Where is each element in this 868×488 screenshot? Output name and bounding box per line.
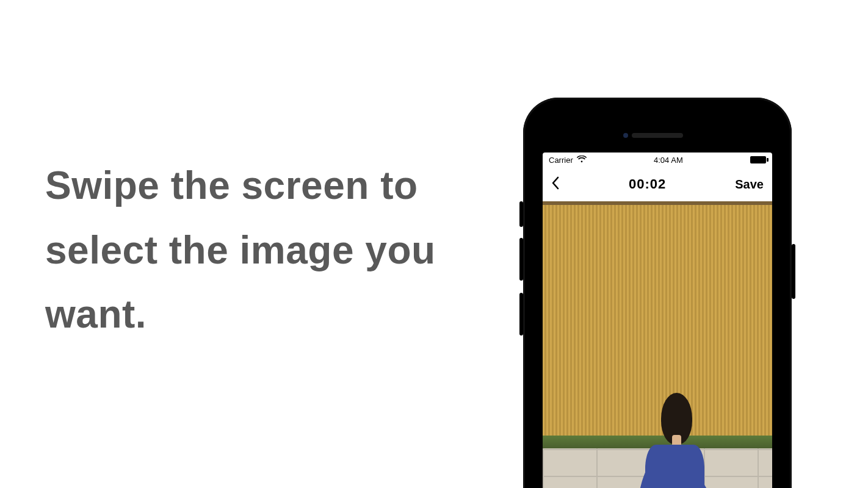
video-timestamp: 00:02: [629, 176, 666, 192]
phone-mute-switch: [519, 201, 523, 227]
promo-headline: Swipe the screen to select the image you…: [45, 154, 485, 347]
promo-stage: Swipe the screen to select the image you…: [0, 0, 868, 488]
proximity-sensor: [623, 133, 628, 138]
wifi-icon: [577, 156, 587, 165]
battery-icon: [750, 156, 766, 163]
status-time: 4:04 AM: [654, 156, 683, 165]
phone-volume-down: [519, 293, 523, 336]
status-bar: Carrier 4:04 AM: [543, 152, 772, 167]
phone-screen[interactable]: Carrier 4:04 AM 00:02 Save: [543, 152, 772, 488]
carrier-label: Carrier: [549, 156, 573, 165]
chevron-left-icon: [551, 176, 560, 190]
app-nav-bar: 00:02 Save: [543, 167, 772, 201]
phone-power-button: [792, 244, 795, 299]
phone-bezel: Carrier 4:04 AM 00:02 Save: [534, 109, 781, 488]
save-button[interactable]: Save: [735, 178, 764, 192]
frame-preview[interactable]: [543, 201, 772, 488]
phone-frame: Carrier 4:04 AM 00:02 Save: [523, 98, 792, 488]
phone-volume-up: [519, 238, 523, 281]
photo-child: [634, 393, 712, 488]
back-button[interactable]: [551, 176, 560, 192]
phone-speaker: [632, 133, 683, 138]
